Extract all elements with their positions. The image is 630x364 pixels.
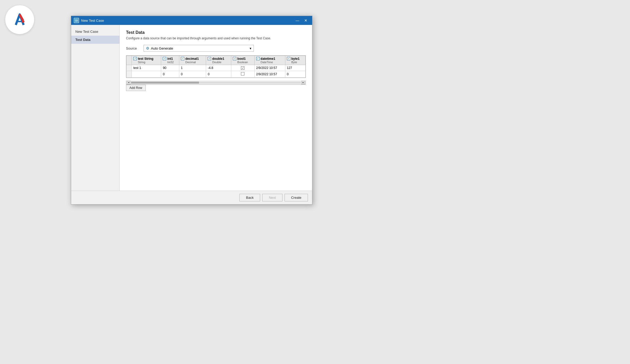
col-checkbox-int1[interactable] xyxy=(163,57,166,60)
minimize-button[interactable]: — xyxy=(294,18,301,23)
data-table-wrapper: test String String int1 xyxy=(126,55,306,78)
cell-byte1-2[interactable]: 0 xyxy=(285,71,305,78)
cell-bool1-1[interactable] xyxy=(231,65,255,71)
col-type-byte1: Byte xyxy=(291,61,300,64)
cell-double1-2[interactable]: 0 xyxy=(206,71,231,78)
col-header-decimal1: decimal1 Decimal xyxy=(179,56,206,65)
window-title: New Test Case xyxy=(81,19,294,23)
col-type-decimal1: Decimal xyxy=(185,61,199,64)
cell-double1-1[interactable]: -4.8 xyxy=(206,65,231,71)
close-button[interactable]: ✕ xyxy=(302,18,309,23)
cell-bool1-2[interactable] xyxy=(231,71,255,78)
add-row-button[interactable]: Add Row xyxy=(126,85,146,91)
col-header-bool1: bool1 Boolean xyxy=(231,56,255,65)
col-checkbox-decimal1[interactable] xyxy=(181,57,184,60)
cell-datetime1-2[interactable]: 2/9/2022 10:57 xyxy=(254,71,285,78)
back-button[interactable]: Back xyxy=(239,194,260,201)
col-checkbox-test-string[interactable] xyxy=(133,57,137,60)
col-checkbox-bool1[interactable] xyxy=(233,57,236,60)
col-header-test-string: test String String xyxy=(132,56,161,65)
table-row: 0 0 0 2/9/2022 10:57 0 xyxy=(127,71,306,78)
svg-point-0 xyxy=(22,20,24,23)
col-name-decimal1: decimal1 xyxy=(185,57,199,61)
bool-checkbox-row1[interactable] xyxy=(241,66,244,70)
col-name-bool1: bool1 xyxy=(237,57,248,61)
window-icon: Ui xyxy=(74,18,79,23)
app-logo xyxy=(5,5,34,34)
main-window: Ui New Test Case — ✕ New Test Case Test … xyxy=(71,16,312,205)
cell-test-string-2[interactable] xyxy=(132,71,161,78)
horizontal-scrollbar[interactable]: ◂ ▸ xyxy=(126,81,306,85)
col-name-int1: int1 xyxy=(167,57,174,61)
source-row: Source ⚙ Auto Generate ▾ xyxy=(126,45,306,52)
col-name-datetime1: datetime1 xyxy=(261,57,275,61)
source-dropdown[interactable]: ⚙ Auto Generate ▾ xyxy=(144,45,254,52)
sidebar-item-new-test-case[interactable]: New Test Case xyxy=(71,28,119,36)
auto-generate-icon: ⚙ xyxy=(146,46,149,50)
col-header-datetime1: datetime1 DateTime xyxy=(254,56,285,65)
source-label: Source xyxy=(126,46,140,50)
col-type-bool1: Boolean xyxy=(237,61,248,64)
create-button[interactable]: Create xyxy=(285,194,308,201)
scroll-right-btn[interactable]: ▸ xyxy=(301,81,305,84)
col-type-test-string: String xyxy=(138,61,153,64)
col-checkbox-byte1[interactable] xyxy=(287,57,290,60)
cell-decimal1-1[interactable]: 1 xyxy=(179,65,206,71)
cell-decimal1-2[interactable]: 0 xyxy=(179,71,206,78)
source-dropdown-inner: ⚙ Auto Generate xyxy=(146,46,173,50)
col-type-int1: Int32 xyxy=(167,61,174,64)
window-body: New Test Case Test Data Test Data Config… xyxy=(71,25,312,191)
window-controls: — ✕ xyxy=(294,18,309,23)
section-description: Configure a data source that can be impo… xyxy=(126,36,306,40)
scroll-track[interactable] xyxy=(131,82,301,84)
col-checkbox-double1[interactable] xyxy=(208,57,211,60)
row-num-cell xyxy=(127,65,132,71)
col-header-int1: int1 Int32 xyxy=(161,56,179,65)
window-footer: Back Next Create xyxy=(71,191,312,204)
col-name-byte1: byte1 xyxy=(291,57,300,61)
col-header-double1: double1 Double xyxy=(206,56,231,65)
col-checkbox-datetime1[interactable] xyxy=(256,57,260,60)
cell-datetime1-1[interactable]: 2/9/2022 10:57 xyxy=(254,65,285,71)
title-bar: Ui New Test Case — ✕ xyxy=(71,16,312,25)
row-num-header xyxy=(127,56,132,65)
cell-byte1-1[interactable]: 127 xyxy=(285,65,305,71)
cell-test-string-1[interactable]: test 1 xyxy=(132,65,161,71)
chevron-down-icon: ▾ xyxy=(250,46,251,50)
cell-int1-1[interactable]: 90 xyxy=(161,65,179,71)
col-header-byte1: byte1 Byte xyxy=(285,56,305,65)
scroll-left-btn[interactable]: ◂ xyxy=(127,81,130,84)
row-num-cell-2 xyxy=(127,71,132,78)
col-name-test-string: test String xyxy=(138,57,153,61)
cell-int1-2[interactable]: 0 xyxy=(161,71,179,78)
next-button[interactable]: Next xyxy=(262,194,282,201)
bool-checkbox-row2[interactable] xyxy=(241,72,244,76)
col-name-double1: double1 xyxy=(212,57,224,61)
main-content: Test Data Configure a data source that c… xyxy=(120,25,312,191)
section-title: Test Data xyxy=(126,30,306,35)
sidebar: New Test Case Test Data xyxy=(71,25,120,191)
table-row: test 1 90 1 -4.8 2/9/2022 10:57 127 xyxy=(127,65,306,71)
scroll-thumb xyxy=(131,82,199,84)
col-type-datetime1: DateTime xyxy=(261,61,275,64)
sidebar-item-test-data[interactable]: Test Data xyxy=(71,36,119,44)
data-table: test String String int1 xyxy=(126,56,306,78)
source-value: Auto Generate xyxy=(151,46,173,50)
col-type-double1: Double xyxy=(212,61,224,64)
